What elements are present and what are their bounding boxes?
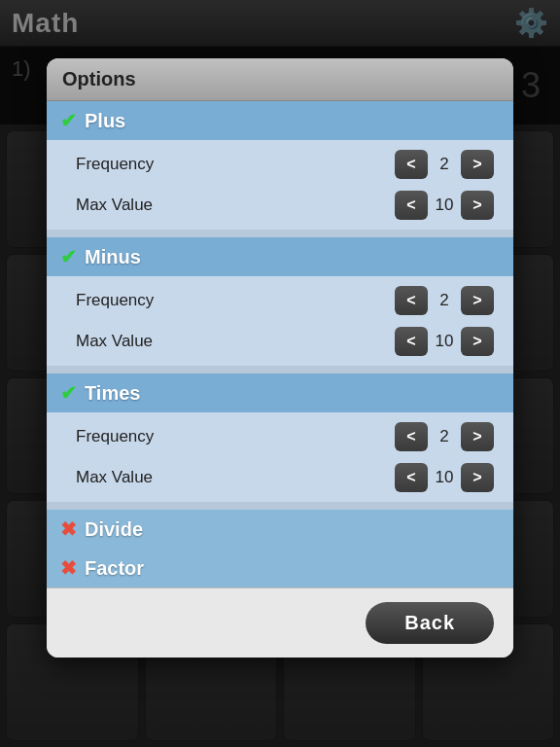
minus-frequency-value: 2: [428, 291, 461, 310]
options-content: ✔ Plus Frequency < 2 > Max Value: [47, 101, 513, 587]
times-maxvalue-label: Max Value: [76, 468, 153, 487]
options-bottom-bar: Back: [47, 587, 513, 658]
minus-maxvalue-row: Max Value < 10 >: [47, 321, 513, 362]
times-maxvalue-value: 10: [428, 468, 461, 487]
section-times: ✔ Times Frequency < 2 > Max Value: [47, 374, 513, 502]
section-divide: ✖ Divide: [47, 510, 513, 549]
minus-frequency-decrease[interactable]: <: [395, 286, 428, 315]
times-maxvalue-row: Max Value < 10 >: [47, 457, 513, 498]
section-minus: ✔ Minus Frequency < 2 > Max Value: [47, 237, 513, 366]
minus-frequency-label: Frequency: [76, 291, 154, 310]
modal-overlay: Options ✔ Plus Frequency < 2 >: [0, 0, 560, 747]
divider-3: [47, 502, 513, 510]
times-maxvalue-stepper: < 10 >: [395, 463, 494, 492]
section-minus-rows: Frequency < 2 > Max Value < 10 >: [47, 276, 513, 366]
section-minus-header[interactable]: ✔ Minus: [47, 237, 513, 276]
section-minus-label: Minus: [85, 246, 141, 268]
plus-frequency-value: 2: [428, 155, 461, 174]
check-icon-plus: ✔: [60, 109, 77, 132]
minus-frequency-row: Frequency < 2 >: [47, 280, 513, 321]
check-icon-minus: ✔: [60, 245, 77, 268]
plus-frequency-decrease[interactable]: <: [395, 150, 428, 179]
check-icon-times: ✔: [60, 381, 77, 405]
plus-maxvalue-decrease[interactable]: <: [395, 191, 428, 220]
minus-maxvalue-value: 10: [428, 332, 461, 351]
times-frequency-stepper: < 2 >: [395, 422, 494, 451]
minus-maxvalue-label: Max Value: [76, 332, 153, 351]
section-plus-header[interactable]: ✔ Plus: [47, 101, 513, 140]
plus-maxvalue-row: Max Value < 10 >: [47, 185, 513, 226]
section-plus: ✔ Plus Frequency < 2 > Max Value: [47, 101, 513, 230]
times-maxvalue-decrease[interactable]: <: [395, 463, 428, 492]
times-frequency-increase[interactable]: >: [461, 422, 494, 451]
times-maxvalue-increase[interactable]: >: [461, 463, 494, 492]
plus-frequency-increase[interactable]: >: [461, 150, 494, 179]
section-divide-header[interactable]: ✖ Divide: [47, 510, 513, 549]
times-frequency-value: 2: [428, 427, 461, 446]
section-factor-header[interactable]: ✖ Factor: [47, 549, 513, 587]
plus-maxvalue-value: 10: [428, 196, 461, 215]
plus-frequency-stepper: < 2 >: [395, 150, 494, 179]
section-factor: ✖ Factor: [47, 549, 513, 587]
plus-maxvalue-increase[interactable]: >: [461, 191, 494, 220]
plus-frequency-label: Frequency: [76, 155, 154, 174]
back-button[interactable]: Back: [366, 602, 494, 644]
section-divide-label: Divide: [85, 518, 143, 541]
minus-maxvalue-increase[interactable]: >: [461, 327, 494, 356]
section-times-label: Times: [85, 382, 140, 405]
minus-maxvalue-decrease[interactable]: <: [395, 327, 428, 356]
cross-icon-factor: ✖: [60, 556, 77, 580]
times-frequency-row: Frequency < 2 >: [47, 416, 513, 457]
options-panel: Options ✔ Plus Frequency < 2 >: [47, 58, 513, 658]
divider-1: [47, 230, 513, 237]
section-times-rows: Frequency < 2 > Max Value < 10 >: [47, 412, 513, 502]
minus-frequency-increase[interactable]: >: [461, 286, 494, 315]
section-plus-rows: Frequency < 2 > Max Value < 10 >: [47, 140, 513, 230]
section-plus-label: Plus: [85, 110, 125, 132]
times-frequency-decrease[interactable]: <: [395, 422, 428, 451]
plus-maxvalue-label: Max Value: [76, 196, 153, 215]
section-times-header[interactable]: ✔ Times: [47, 374, 513, 412]
options-title: Options: [47, 58, 513, 101]
times-frequency-label: Frequency: [76, 427, 154, 446]
divider-2: [47, 366, 513, 374]
minus-frequency-stepper: < 2 >: [395, 286, 494, 315]
plus-frequency-row: Frequency < 2 >: [47, 144, 513, 185]
plus-maxvalue-stepper: < 10 >: [395, 191, 494, 220]
minus-maxvalue-stepper: < 10 >: [395, 327, 494, 356]
cross-icon-divide: ✖: [60, 517, 77, 541]
section-factor-label: Factor: [85, 557, 144, 580]
